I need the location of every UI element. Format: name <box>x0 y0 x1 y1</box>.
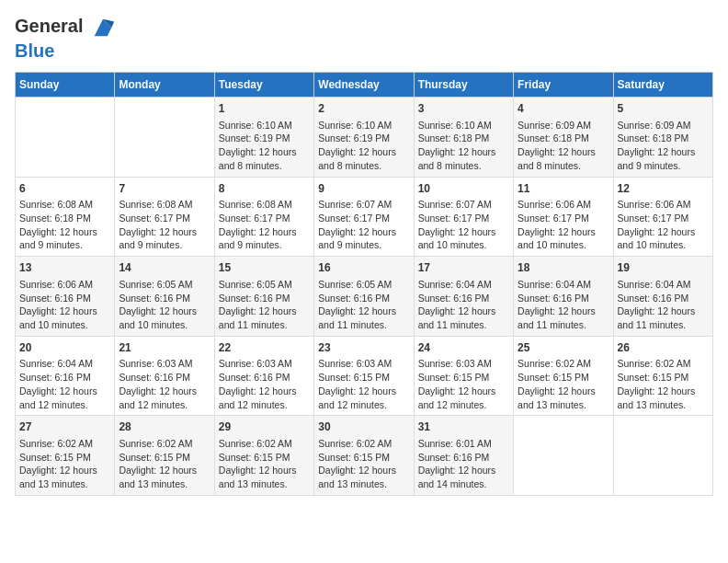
day-number: 15 <box>219 260 310 276</box>
day-number: 18 <box>518 260 609 276</box>
calendar-cell: 8Sunrise: 6:08 AMSunset: 6:17 PMDaylight… <box>214 177 313 257</box>
sunset-text: Sunset: 6:16 PM <box>119 371 210 385</box>
sunrise-text: Sunrise: 6:10 AM <box>219 119 310 132</box>
logo-blue: Blue <box>15 40 116 61</box>
daylight-text: Daylight: 12 hours and 8 minutes. <box>518 145 609 172</box>
sunset-text: Sunset: 6:17 PM <box>418 212 509 225</box>
sunset-text: Sunset: 6:16 PM <box>19 292 110 305</box>
sunrise-text: Sunrise: 6:02 AM <box>518 357 609 371</box>
sunrise-text: Sunrise: 6:02 AM <box>19 437 110 451</box>
logo: General Blue <box>15 15 116 61</box>
sunset-text: Sunset: 6:17 PM <box>518 212 609 225</box>
daylight-text: Daylight: 12 hours and 11 minutes. <box>219 304 310 331</box>
day-number: 2 <box>318 101 409 117</box>
sunset-text: Sunset: 6:18 PM <box>518 132 609 145</box>
day-number: 1 <box>219 101 310 117</box>
day-number: 6 <box>19 181 110 197</box>
sunset-text: Sunset: 6:16 PM <box>418 292 509 305</box>
daylight-text: Daylight: 12 hours and 8 minutes. <box>318 145 409 172</box>
sunrise-text: Sunrise: 6:03 AM <box>219 357 310 371</box>
calendar-cell: 1Sunrise: 6:10 AMSunset: 6:19 PMDaylight… <box>214 98 313 178</box>
sunset-text: Sunset: 6:15 PM <box>219 451 310 465</box>
daylight-text: Daylight: 12 hours and 13 minutes. <box>618 385 709 411</box>
sunset-text: Sunset: 6:15 PM <box>119 451 210 465</box>
daylight-text: Daylight: 12 hours and 12 minutes. <box>418 385 509 411</box>
daylight-text: Daylight: 12 hours and 10 minutes. <box>418 225 509 252</box>
calendar-cell: 13Sunrise: 6:06 AMSunset: 6:16 PMDayligh… <box>16 257 115 337</box>
day-number: 5 <box>618 101 709 117</box>
sunrise-text: Sunrise: 6:09 AM <box>518 119 609 132</box>
weekday-header-tuesday: Tuesday <box>214 73 313 98</box>
calendar-cell: 31Sunrise: 6:01 AMSunset: 6:16 PMDayligh… <box>414 416 513 496</box>
daylight-text: Daylight: 12 hours and 9 minutes. <box>19 225 110 252</box>
weekday-header-saturday: Saturday <box>613 73 712 98</box>
day-number: 8 <box>219 181 310 197</box>
calendar-cell: 26Sunrise: 6:02 AMSunset: 6:15 PMDayligh… <box>613 336 712 416</box>
daylight-text: Daylight: 12 hours and 10 minutes. <box>19 304 110 331</box>
weekday-header-thursday: Thursday <box>414 73 513 98</box>
sunrise-text: Sunrise: 6:02 AM <box>618 357 709 371</box>
sunset-text: Sunset: 6:19 PM <box>219 132 310 145</box>
day-number: 26 <box>618 340 709 356</box>
weekday-header-monday: Monday <box>115 73 214 98</box>
calendar-cell: 3Sunrise: 6:10 AMSunset: 6:18 PMDaylight… <box>414 98 513 178</box>
sunrise-text: Sunrise: 6:03 AM <box>418 357 509 371</box>
weekday-header-sunday: Sunday <box>16 73 115 98</box>
calendar-cell: 25Sunrise: 6:02 AMSunset: 6:15 PMDayligh… <box>514 336 613 416</box>
daylight-text: Daylight: 12 hours and 12 minutes. <box>19 385 110 411</box>
sunset-text: Sunset: 6:15 PM <box>318 371 409 385</box>
daylight-text: Daylight: 12 hours and 10 minutes. <box>618 225 709 252</box>
day-number: 3 <box>418 101 509 117</box>
calendar-week-row: 1Sunrise: 6:10 AMSunset: 6:19 PMDaylight… <box>16 98 713 178</box>
calendar-cell: 30Sunrise: 6:02 AMSunset: 6:15 PMDayligh… <box>314 416 414 496</box>
daylight-text: Daylight: 12 hours and 12 minutes. <box>119 385 210 411</box>
sunrise-text: Sunrise: 6:06 AM <box>518 198 609 212</box>
calendar-cell <box>16 98 115 178</box>
calendar-cell: 6Sunrise: 6:08 AMSunset: 6:18 PMDaylight… <box>16 177 115 257</box>
daylight-text: Daylight: 12 hours and 13 minutes. <box>119 464 210 490</box>
sunset-text: Sunset: 6:19 PM <box>318 132 409 145</box>
calendar-cell: 11Sunrise: 6:06 AMSunset: 6:17 PMDayligh… <box>514 177 613 257</box>
sunset-text: Sunset: 6:16 PM <box>119 292 210 305</box>
calendar-cell: 12Sunrise: 6:06 AMSunset: 6:17 PMDayligh… <box>613 177 712 257</box>
sunset-text: Sunset: 6:17 PM <box>618 212 709 225</box>
daylight-text: Daylight: 12 hours and 9 minutes. <box>318 225 409 252</box>
calendar-cell: 17Sunrise: 6:04 AMSunset: 6:16 PMDayligh… <box>414 257 513 337</box>
sunrise-text: Sunrise: 6:02 AM <box>219 437 310 451</box>
sunrise-text: Sunrise: 6:05 AM <box>119 278 210 292</box>
sunrise-text: Sunrise: 6:10 AM <box>418 119 509 132</box>
calendar-cell <box>115 98 214 178</box>
sunrise-text: Sunrise: 6:08 AM <box>19 198 110 212</box>
sunrise-text: Sunrise: 6:03 AM <box>318 357 409 371</box>
daylight-text: Daylight: 12 hours and 8 minutes. <box>418 145 509 172</box>
weekday-header-wednesday: Wednesday <box>314 73 414 98</box>
sunset-text: Sunset: 6:16 PM <box>318 292 409 305</box>
sunrise-text: Sunrise: 6:04 AM <box>418 278 509 292</box>
calendar-cell: 10Sunrise: 6:07 AMSunset: 6:17 PMDayligh… <box>414 177 513 257</box>
sunrise-text: Sunrise: 6:05 AM <box>318 278 409 292</box>
sunrise-text: Sunrise: 6:09 AM <box>618 119 709 132</box>
daylight-text: Daylight: 12 hours and 8 minutes. <box>219 145 310 172</box>
sunrise-text: Sunrise: 6:05 AM <box>219 278 310 292</box>
day-number: 19 <box>618 260 709 276</box>
sunset-text: Sunset: 6:16 PM <box>19 371 110 385</box>
day-number: 27 <box>19 419 110 435</box>
sunrise-text: Sunrise: 6:04 AM <box>518 278 609 292</box>
day-number: 22 <box>219 340 310 356</box>
sunset-text: Sunset: 6:15 PM <box>618 371 709 385</box>
sunset-text: Sunset: 6:16 PM <box>418 451 509 465</box>
sunrise-text: Sunrise: 6:07 AM <box>318 198 409 212</box>
logo-general: General <box>15 16 83 36</box>
calendar-cell: 20Sunrise: 6:04 AMSunset: 6:16 PMDayligh… <box>16 336 115 416</box>
sunrise-text: Sunrise: 6:04 AM <box>618 278 709 292</box>
calendar-cell: 21Sunrise: 6:03 AMSunset: 6:16 PMDayligh… <box>115 336 214 416</box>
day-number: 7 <box>119 181 210 197</box>
day-number: 28 <box>119 419 210 435</box>
calendar-cell <box>613 416 712 496</box>
sunrise-text: Sunrise: 6:02 AM <box>119 437 210 451</box>
day-number: 4 <box>518 101 609 117</box>
sunset-text: Sunset: 6:16 PM <box>219 292 310 305</box>
day-number: 17 <box>418 260 509 276</box>
daylight-text: Daylight: 12 hours and 14 minutes. <box>418 464 509 490</box>
sunrise-text: Sunrise: 6:01 AM <box>418 437 509 451</box>
